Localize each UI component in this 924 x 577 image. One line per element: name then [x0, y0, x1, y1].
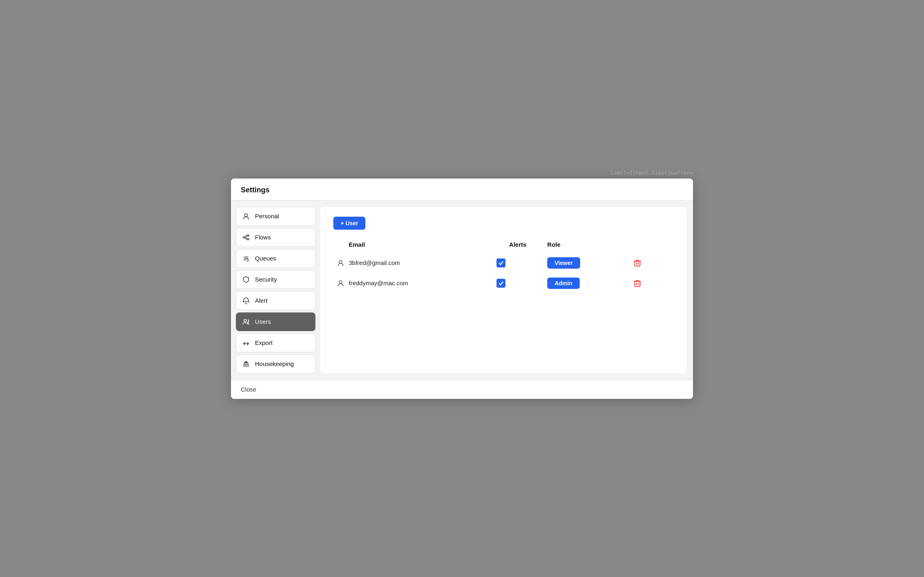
alerts-column-header: Alerts [493, 238, 544, 253]
sidebar-item-flows[interactable]: Flows [236, 228, 315, 247]
sidebar-item-flows-label: Flows [255, 234, 271, 241]
shield-icon [242, 276, 250, 284]
email-cell-1: 3bfred@gmail.com [333, 253, 493, 273]
modal-header: Settings [231, 179, 693, 200]
role-cell-2: Admin [544, 273, 626, 293]
role-column-header: Role [544, 238, 626, 253]
bell-icon [242, 297, 250, 305]
svg-point-12 [339, 280, 342, 283]
svg-rect-3 [247, 238, 249, 240]
sidebar-item-alert[interactable]: Alert [236, 291, 315, 310]
user-avatar-icon-1 [337, 259, 345, 267]
delete-user-button-2[interactable] [630, 277, 645, 289]
svg-point-10 [339, 260, 342, 263]
role-button-1[interactable]: Viewer [547, 257, 580, 269]
sidebar-item-queues-label: Queues [255, 255, 276, 262]
sidebar-item-personal[interactable]: Personal [236, 207, 315, 226]
sidebar-item-housekeeping-label: Housekeeping [255, 360, 294, 367]
alerts-checkbox-2[interactable] [497, 279, 505, 288]
svg-rect-11 [635, 261, 640, 266]
sidebar-item-security[interactable]: Security [236, 270, 315, 289]
modal-title: Settings [241, 186, 270, 194]
sidebar-item-alert-label: Alert [255, 297, 268, 304]
export-icon [242, 339, 250, 347]
sidebar-item-personal-label: Personal [255, 213, 279, 220]
add-user-button[interactable]: + User [333, 217, 365, 230]
svg-point-7 [244, 319, 246, 322]
modal-footer: Close [231, 380, 693, 399]
delete-user-button-1[interactable] [630, 257, 645, 269]
housekeeping-icon [242, 360, 250, 368]
sidebar: Personal Flows [231, 200, 320, 380]
modal-body: Personal Flows [231, 200, 693, 380]
main-content: + User Email Alerts Role [320, 207, 687, 373]
svg-rect-13 [635, 281, 640, 286]
user-avatar-icon-2 [337, 279, 345, 287]
sidebar-item-export-label: Export [255, 339, 272, 346]
sidebar-item-security-label: Security [255, 276, 277, 283]
alerts-checkbox-cell-1 [493, 253, 544, 273]
role-cell-1: Viewer [544, 253, 626, 273]
close-button[interactable]: Close [241, 386, 256, 393]
table-row: freddymay@mac.com [333, 273, 674, 293]
flows-icon [242, 233, 250, 241]
svg-rect-1 [243, 237, 245, 238]
sidebar-item-export[interactable]: Export [236, 334, 315, 352]
svg-rect-2 [247, 235, 249, 236]
email-cell-2: freddymay@mac.com [333, 273, 493, 293]
user-email-2: freddymay@mac.com [349, 280, 408, 286]
role-button-2[interactable]: Admin [547, 278, 580, 289]
email-column-header: Email [333, 238, 493, 253]
alerts-checkbox-cell-2 [493, 273, 544, 293]
svg-point-0 [244, 213, 247, 216]
sidebar-item-users[interactable]: Users [236, 312, 315, 331]
users-table: Email Alerts Role [333, 238, 674, 293]
queues-icon [242, 254, 250, 263]
user-email-1: 3bfred@gmail.com [349, 259, 400, 266]
delete-cell-2 [626, 273, 674, 293]
delete-cell-1 [626, 253, 674, 273]
person-icon [242, 212, 250, 220]
sidebar-item-users-label: Users [255, 318, 271, 325]
sidebar-item-housekeeping[interactable]: Housekeeping [236, 355, 315, 373]
table-row: 3bfred@gmail.com [333, 253, 674, 273]
alerts-checkbox-1[interactable] [497, 258, 505, 267]
sidebar-item-queues[interactable]: Queues [236, 249, 315, 268]
users-icon [242, 318, 250, 326]
settings-modal: Settings Personal [231, 179, 693, 399]
